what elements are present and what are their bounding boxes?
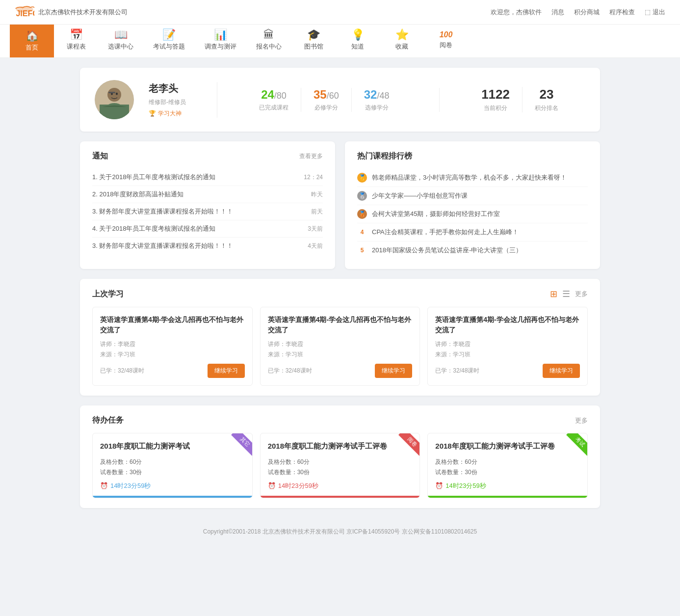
hot-course-text[interactable]: 少年文学家——小学组创意写作课 — [372, 191, 588, 200]
program-check-link[interactable]: 程序检查 — [609, 8, 635, 17]
messages-link[interactable]: 消息 — [551, 8, 564, 17]
badge-label: 阅卷 — [398, 433, 419, 455]
hot-item: 🥇 韩老师精品课堂，3小时讲完高等数学，机会不多，大家赶快来看呀！ — [357, 169, 588, 187]
course-title: 英语速学直播第4期-学会这几招再也不怕与老外交流了 — [100, 315, 245, 335]
view-controls: ⊞ ☰ 更多 — [550, 289, 588, 299]
logout-icon: ⬚ — [645, 8, 651, 16]
hot-courses-header: 热门课程排行榜 — [357, 151, 588, 161]
task-badge-other: 其它 — [228, 433, 252, 458]
notice-item: 1. 关于2018年员工年度考核测试报名的通知 12：24 — [92, 169, 323, 186]
task-paper-count: 试卷数量：30份 — [100, 468, 245, 477]
task-grid: 其它 2018年度职工能力测评考试 及格分数：60分 试卷数量：30份 ⏰ 14… — [92, 433, 588, 498]
course-card: 英语速学直播第4期-学会这几招再也不怕与老外交流了 讲师：李晓霞 来源：学习班 … — [260, 307, 420, 386]
hot-course-text[interactable]: 2018年国家级公务员笔试公益讲座-申论大讲堂（三） — [372, 246, 588, 255]
badge-icon: 🏆 — [149, 110, 156, 117]
rank-num-4: 4 — [357, 227, 367, 237]
tasks-more[interactable]: 更多 — [575, 416, 588, 425]
user-info: 老李头 维修部-维修员 🏆 学习大神 — [149, 82, 217, 118]
course-teacher: 讲师：李晓霞 — [435, 340, 580, 348]
hot-course-text[interactable]: 会柯大讲堂第45期，摄影师如何经营好工作室 — [372, 210, 588, 218]
exam-icon: 📝 — [162, 29, 176, 40]
hot-item: 5 2018年国家级公务员笔试公益讲座-申论大讲堂（三） — [357, 241, 588, 259]
course-footer: 已学：32/48课时 继续学习 — [100, 364, 245, 378]
required-credits-label: 必修学分 — [314, 104, 339, 112]
nav-item-knowledge[interactable]: 💡 知道 — [336, 25, 380, 57]
svg-point-3 — [107, 88, 121, 102]
notice-text: 2. 2018年度财政部高温补贴通知 — [92, 190, 311, 199]
elective-credits-num: 32/48 — [364, 88, 390, 102]
task-timer: ⏰ 14时23分59秒 — [435, 482, 580, 490]
notice-time: 3天前 — [308, 225, 323, 233]
course-title: 英语速学直播第4期-学会这几招再也不怕与老外交流了 — [268, 315, 413, 335]
nav-item-courses[interactable]: 📖 选课中心 — [98, 25, 143, 57]
grid-view-button[interactable]: ⊞ — [550, 289, 557, 299]
nav-item-library[interactable]: 🎓 图书馆 — [291, 25, 336, 57]
logout-button[interactable]: ⬚ 退出 — [645, 8, 665, 17]
task-card: 其它 2018年度职工能力测评考试 及格分数：60分 试卷数量：30份 ⏰ 14… — [92, 433, 253, 498]
welcome-text: 欢迎您，杰佛软件 — [491, 8, 542, 17]
last-study-section: 上次学习 ⊞ ☰ 更多 英语速学直播第4期-学会这几招再也不怕与老外交流了 讲师… — [80, 279, 600, 396]
notice-item: 2. 2018年度财政部高温补贴通知 昨天 — [92, 186, 323, 203]
header-right: 欢迎您，杰佛软件 消息 积分商城 程序检查 ⬚ 退出 — [491, 8, 665, 17]
nav-item-schedule[interactable]: 📅 课程表 — [54, 25, 98, 57]
completed-courses-label: 已完成课程 — [259, 104, 288, 112]
svg-text:JIEFO: JIEFO — [16, 9, 34, 18]
hot-item: 4 CPA注会精英课程，手把手教你如何走上人生巅峰！ — [357, 223, 588, 241]
list-view-button[interactable]: ☰ — [562, 289, 570, 299]
hot-item: 🥉 会柯大讲堂第45期，摄影师如何经营好工作室 — [357, 205, 588, 223]
last-study-more[interactable]: 更多 — [575, 290, 588, 298]
course-card: 英语速学直播第4期-学会这几招再也不怕与老外交流了 讲师：李晓霞 来源：学习班 … — [92, 307, 253, 386]
hot-course-text[interactable]: 韩老师精品课堂，3小时讲完高等数学，机会不多，大家赶快来看呀！ — [372, 173, 588, 182]
schedule-icon: 📅 — [70, 29, 83, 40]
nav-item-exam[interactable]: 📝 考试与答题 — [143, 25, 195, 57]
notice-text: 1. 关于2018年员工年度考核测试报名的通知 — [92, 173, 304, 182]
nav-label-home: 首页 — [26, 43, 38, 52]
course-progress: 已学：32/48课时 — [435, 367, 479, 375]
notice-item: 4. 关于2018年员工年度考核测试报名的通知 3天前 — [92, 220, 323, 238]
points-store-link[interactable]: 积分商城 — [574, 8, 600, 17]
nav-item-favorites[interactable]: ⭐ 收藏 — [380, 25, 424, 57]
rank-badge-2: 🥈 — [357, 191, 367, 201]
course-source: 来源：学习班 — [435, 350, 580, 359]
tasks-section: 待办任务 更多 其它 2018年度职工能力测评考试 及格分数：60分 试卷数量：… — [80, 405, 600, 508]
nav-label-schedule: 课程表 — [67, 42, 86, 51]
notice-time: 昨天 — [311, 190, 323, 199]
nav-item-home[interactable]: 🏠 首页 — [10, 25, 54, 57]
task-paper-count: 试卷数量：30份 — [268, 468, 413, 477]
user-name: 老李头 — [149, 82, 202, 95]
task-card: 阅卷 2018年度职工能力测评考试手工评卷 及格分数：60分 试卷数量：30份 … — [260, 433, 420, 498]
nav-item-survey[interactable]: 📊 调查与测评 — [195, 25, 246, 57]
required-credits-num: 35/60 — [314, 88, 339, 102]
notice-item: 3. 财务部年度大讲堂直播课课程报名开始啦！！！ 4天前 — [92, 238, 323, 254]
notices-title: 通知 — [92, 151, 108, 161]
nav-item-registration[interactable]: 🏛 报名中心 — [246, 25, 291, 57]
rank-num-5: 5 — [357, 245, 367, 255]
course-grid: 英语速学直播第4期-学会这几招再也不怕与老外交流了 讲师：李晓霞 来源：学习班 … — [92, 307, 588, 386]
task-progress-bar — [428, 496, 587, 498]
notices-header: 通知 查看更多 — [92, 151, 323, 161]
hot-course-text[interactable]: CPA注会精英课程，手把手教你如何走上人生巅峰！ — [372, 228, 588, 237]
course-source: 来源：学习班 — [268, 350, 413, 359]
continue-study-button[interactable]: 继续学习 — [208, 364, 245, 378]
task-progress-bar — [261, 496, 420, 498]
nav-label-courses: 选课中心 — [108, 42, 133, 51]
continue-study-button[interactable]: 继续学习 — [375, 364, 412, 378]
hot-courses-title: 热门课程排行榜 — [357, 151, 412, 161]
last-study-title: 上次学习 — [92, 289, 124, 299]
logo-text: 北京杰佛软件技术开发有限公司 — [38, 8, 128, 17]
profile-card: 老李头 维修部-维修员 🏆 学习大神 24/80 已完成课程 35/60 必修学… — [80, 68, 600, 132]
badge-label: 考试 — [566, 433, 587, 455]
notices-more[interactable]: 查看更多 — [299, 152, 323, 161]
tasks-header: 待办任务 更多 — [92, 415, 588, 426]
nav-label-knowledge: 知道 — [351, 42, 364, 51]
nav-item-marking[interactable]: 100 阅卷 — [424, 25, 468, 57]
navigation: 🏠 首页 📅 课程表 📖 选课中心 📝 考试与答题 📊 调查与测评 🏛 报名中心… — [0, 25, 680, 58]
courses-icon: 📖 — [114, 29, 128, 40]
task-title: 2018年度职工能力测评考试手工评卷 — [268, 441, 413, 452]
course-progress: 已学：32/48课时 — [268, 367, 312, 375]
nav-label-library: 图书馆 — [304, 42, 323, 51]
continue-study-button[interactable]: 继续学习 — [543, 364, 580, 378]
completed-courses-stat: 24/80 已完成课程 — [247, 88, 301, 112]
course-teacher: 讲师：李晓霞 — [268, 340, 413, 348]
notice-time: 4天前 — [308, 242, 323, 250]
